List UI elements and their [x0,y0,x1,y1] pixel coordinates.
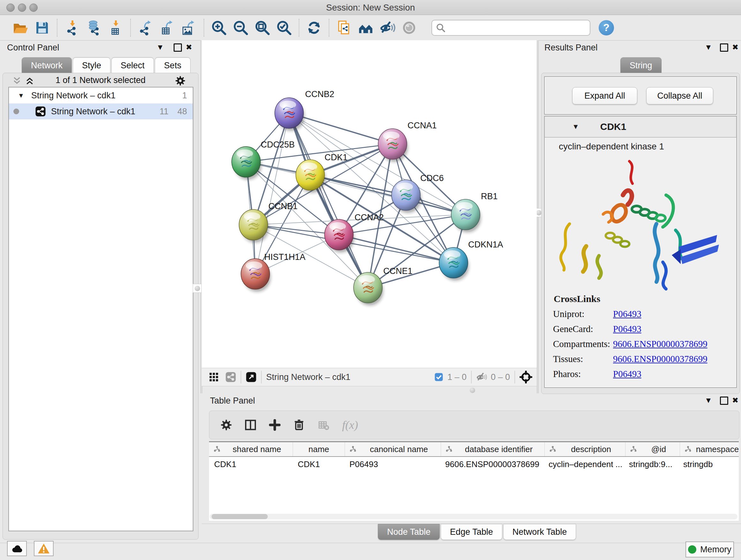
network-node-ccnb1[interactable] [239,209,269,243]
control-panel-float-icon[interactable]: ▼ [156,43,164,52]
clone-network-button[interactable] [335,19,353,37]
column-header--id[interactable]: @id [625,442,680,456]
control-panel-maximize-icon[interactable] [174,44,182,54]
zoom-in-button[interactable] [210,19,227,37]
table-cell[interactable]: stringdb [678,459,739,469]
table-cell[interactable]: CDK1 [293,459,344,469]
crosslink-link[interactable]: P06493 [613,309,642,319]
tab-node-table[interactable]: Node Table [378,524,440,540]
zoom-fit-button[interactable] [254,19,271,37]
network-node-hist1h1a[interactable] [241,259,271,292]
network-node-ccne1[interactable] [354,272,383,306]
network-collection-row[interactable]: ▼ String Network – cdk1 1 [9,87,193,104]
network-node-cdkn1a[interactable] [439,247,469,281]
expand-all-button[interactable]: Expand All [572,87,637,105]
memory-button[interactable]: Memory [685,542,734,557]
network-node-rb1[interactable] [451,199,481,233]
table-panel-float-icon[interactable]: ▼ [704,396,712,405]
table-cell[interactable]: cyclin–dependent ... [543,459,624,469]
tab-string[interactable]: String [620,57,662,73]
show-all-views-button[interactable] [357,19,374,37]
zoom-out-button[interactable] [232,19,249,37]
node-label: CDC25B [261,140,295,149]
search-input[interactable] [446,22,575,33]
detach-view-icon[interactable] [246,372,257,382]
section-collapse-icon[interactable]: ▼ [572,123,579,131]
tab-network[interactable]: Network [22,57,72,73]
results-panel-title: Results Panel [544,43,598,53]
network-node-ccnb2[interactable] [275,98,305,131]
left-splitter-grip[interactable] [193,284,202,293]
table-cell[interactable]: 9606.ENSP00000378699 [440,459,543,469]
toolbar-separator [329,19,329,37]
column-header-database-identifier[interactable]: database identifier [441,442,545,456]
import-table-button[interactable] [107,19,124,37]
tab-style[interactable]: Style [73,57,111,73]
save-session-button[interactable] [33,19,51,37]
crosslink-link[interactable]: 9606.ENSP00000378699 [613,339,708,349]
table-cell[interactable]: P06493 [344,459,440,469]
column-header-canonical-name[interactable]: canonical name [345,442,441,456]
column-header-label: database identifier [465,444,533,454]
selected-checkbox-icon[interactable] [434,372,444,382]
control-panel-close-icon[interactable]: ✖ [186,43,192,52]
cloud-status-button[interactable] [7,541,27,556]
delete-column-trash-icon[interactable] [293,419,305,431]
crosslink-link[interactable]: P06493 [613,369,642,379]
network-edge[interactable] [289,113,393,144]
hide-selected-button[interactable] [379,19,396,37]
import-network-database-button[interactable] [85,19,103,37]
network-row-selected[interactable]: String Network – cdk1 11 48 [9,104,193,119]
table-panel-close-icon[interactable]: ✖ [732,396,738,405]
horizontal-scrollbar[interactable] [210,514,738,519]
table-panel-maximize-icon[interactable] [720,396,728,407]
export-network-button[interactable] [137,19,154,37]
show-hidden-button[interactable] [401,19,418,37]
network-node-cdk1[interactable] [296,160,326,193]
zoom-selected-button[interactable] [275,19,293,37]
network-node-cdc6[interactable] [392,180,421,213]
export-table-button[interactable] [158,19,176,37]
table-options-gear-icon[interactable] [220,419,232,431]
hidden-eye-off-icon[interactable] [476,372,487,382]
collection-expand-icon[interactable]: ▼ [18,92,24,99]
column-header-namespace[interactable]: namespace [680,442,739,456]
results-panel-close-icon[interactable]: ✖ [732,43,738,52]
table-row[interactable]: CDK1CDK1P064939606.ENSP00000378699cyclin… [209,457,739,472]
crosslinks-block: CrossLinks Uniprot:P06493GeneCard:P06493… [545,294,736,379]
grid-view-icon[interactable] [209,372,219,382]
show-columns-icon[interactable] [245,419,257,431]
add-column-icon[interactable] [269,419,281,431]
table-cell[interactable]: stringdb:9... [624,459,678,469]
column-header-description[interactable]: description [545,442,625,456]
column-header-name[interactable]: name [293,442,345,456]
tab-network-table[interactable]: Network Table [503,524,576,540]
collapse-all-button[interactable]: Collapse All [646,87,713,105]
network-node-ccna1[interactable] [378,129,408,162]
tab-select[interactable]: Select [111,57,154,73]
scrollbar-thumb[interactable] [212,514,268,519]
search-box[interactable] [431,20,590,36]
import-network-file-button[interactable] [64,19,81,37]
open-session-button[interactable] [12,19,29,37]
help-button[interactable]: ? [599,20,614,36]
tab-edge-table[interactable]: Edge Table [441,524,502,540]
warnings-button[interactable] [34,541,54,556]
column-header-shared-name[interactable]: shared name [209,442,293,456]
horizontal-splitter-grip[interactable] [470,388,475,393]
network-node-cdc25b[interactable] [232,146,261,180]
refresh-layout-button[interactable] [306,19,323,37]
table-cell[interactable]: CDK1 [209,459,293,469]
gene-section-header[interactable]: ▼ CDK1 [545,117,736,138]
network-edge[interactable] [255,113,289,274]
network-canvas[interactable]: CCNB2CCNA1CDC25BCDK1CDC6RB1CCNB1CCNA2CDK… [202,40,537,368]
crosslink-link[interactable]: P06493 [613,324,642,334]
network-options-gear-icon[interactable] [175,75,186,86]
tab-sets[interactable]: Sets [155,57,191,73]
birdseye-crosshair-icon[interactable] [520,371,532,383]
export-image-button[interactable] [180,19,198,37]
results-panel-maximize-icon[interactable] [720,44,728,54]
crosslink-link[interactable]: 9606.ENSP00000378699 [613,354,708,364]
results-panel-float-icon[interactable]: ▼ [704,43,712,52]
network-view-icon[interactable] [225,372,236,382]
